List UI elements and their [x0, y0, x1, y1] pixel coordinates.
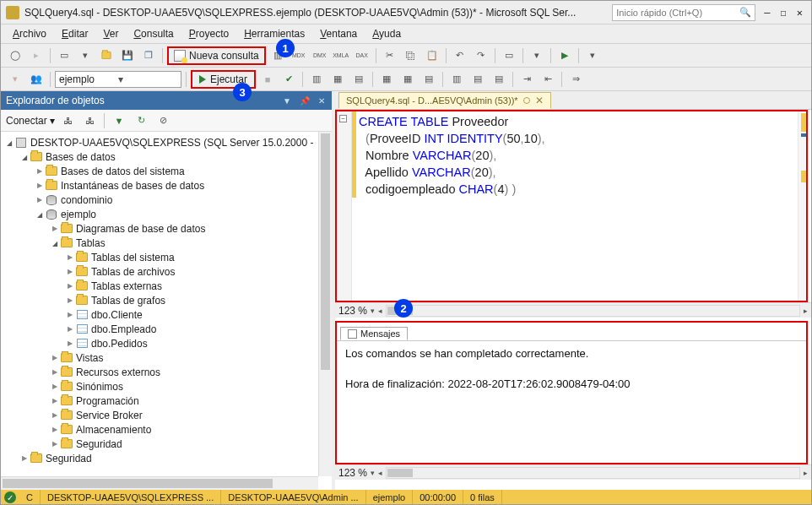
messages-body[interactable]: Los comandos se han completado correctam…: [337, 341, 806, 463]
editor-hscrollbar[interactable]: [386, 305, 800, 317]
dmx-icon[interactable]: DMX: [311, 46, 329, 65]
tree-node[interactable]: Tablas: [3, 236, 330, 250]
solution-config-icon[interactable]: ▾: [528, 46, 546, 65]
scroll-left-icon[interactable]: ◂: [378, 469, 382, 477]
tree-node[interactable]: dbo.Pedidos: [3, 336, 330, 350]
uncomment-icon[interactable]: ▤: [490, 70, 508, 89]
messages-tab[interactable]: Mensajes: [340, 327, 408, 340]
editor-tab[interactable]: SQLQuery4.sql - D...AE5VQ\Admin (53))* ✕: [338, 92, 551, 109]
parse-icon[interactable]: ✔: [279, 70, 298, 89]
quick-launch[interactable]: 🔍: [612, 4, 755, 21]
filter-icon[interactable]: ▼: [110, 111, 128, 130]
tree-node[interactable]: Sinónimos: [3, 379, 330, 394]
menu-ver[interactable]: Ver: [96, 26, 125, 41]
paste-icon[interactable]: 📋: [423, 46, 441, 65]
outdent-icon[interactable]: ⇤: [539, 70, 557, 89]
expand-icon[interactable]: [50, 426, 60, 434]
expand-icon[interactable]: [19, 454, 30, 463]
minimize-button[interactable]: —: [764, 7, 770, 19]
connect-oe-icon[interactable]: 🖧: [80, 111, 99, 130]
expand-icon[interactable]: [65, 253, 75, 262]
expand-icon[interactable]: [35, 182, 45, 190]
tree-node[interactable]: Vistas: [3, 350, 330, 365]
client-stats-icon[interactable]: ▦: [377, 70, 396, 89]
tree-node[interactable]: Service Broker: [3, 408, 330, 422]
expand-icon[interactable]: [50, 368, 60, 377]
undo-icon[interactable]: ↶: [451, 46, 469, 65]
nav-fwd-icon[interactable]: ▸: [27, 46, 46, 65]
live-stats-icon[interactable]: ▤: [349, 70, 368, 89]
options-dropdown-icon[interactable]: ▾: [583, 46, 602, 65]
tree-node[interactable]: Tablas externas: [3, 279, 330, 293]
menu-ventana[interactable]: Ventana: [313, 26, 364, 41]
zoom-dropdown-icon[interactable]: ▾: [371, 469, 375, 477]
expand-icon[interactable]: [50, 354, 60, 362]
find-icon[interactable]: ▭: [500, 46, 518, 65]
zoom-dropdown-icon[interactable]: ▾: [371, 307, 375, 315]
tree-node[interactable]: Bases de datos del sistema: [3, 164, 330, 178]
indent-icon[interactable]: ⇥: [517, 70, 536, 89]
panel-pin-icon[interactable]: 📌: [298, 96, 311, 106]
expand-icon[interactable]: [35, 210, 45, 219]
expand-icon[interactable]: [4, 138, 14, 147]
close-button[interactable]: ✕: [797, 7, 803, 19]
specify-values-icon[interactable]: ⇒: [566, 70, 585, 89]
scroll-left-icon[interactable]: ◂: [378, 307, 382, 315]
tree-node[interactable]: Almacenamiento: [3, 422, 330, 437]
expand-icon[interactable]: [50, 440, 60, 448]
comment-icon[interactable]: ▤: [468, 70, 487, 89]
expand-icon[interactable]: [35, 196, 45, 204]
copy-icon[interactable]: ⿻: [402, 46, 420, 65]
messages-zoom-level[interactable]: 123 %: [338, 467, 367, 479]
expand-icon[interactable]: [65, 311, 75, 319]
scroll-right-icon[interactable]: ▸: [804, 307, 808, 315]
save-all-icon[interactable]: ❐: [139, 46, 158, 65]
panel-dropdown-icon[interactable]: ▼: [281, 96, 293, 106]
tree-node[interactable]: Tablas de grafos: [3, 293, 330, 307]
menu-ayuda[interactable]: Ayuda: [365, 26, 408, 41]
stop-icon[interactable]: ■: [258, 70, 277, 89]
expand-icon[interactable]: [50, 397, 60, 405]
connect-button[interactable]: Conectar ▾: [6, 115, 55, 127]
change-conn-icon[interactable]: 👥: [27, 70, 46, 89]
database-selector[interactable]: ejemplo ▾: [55, 71, 181, 88]
redo-icon[interactable]: ↷: [472, 46, 490, 65]
cut-icon[interactable]: ✂: [381, 46, 399, 65]
expand-icon[interactable]: [65, 268, 75, 276]
menu-herramientas[interactable]: Herramientas: [237, 26, 311, 41]
expand-icon[interactable]: [65, 325, 75, 334]
new-project-icon[interactable]: ▭: [55, 46, 73, 65]
tree-scrollbar-horizontal[interactable]: [1, 476, 318, 490]
tree-node[interactable]: Recursos externos: [3, 365, 330, 379]
results-text-icon[interactable]: ▤: [420, 70, 438, 89]
tree-node[interactable]: Seguridad: [3, 437, 330, 451]
disconnect-icon[interactable]: 🖧: [58, 111, 77, 130]
code-text[interactable]: CREATE TABLE Proveedor (ProveeID INT IDE…: [359, 113, 799, 198]
messages-hscrollbar[interactable]: [386, 467, 800, 479]
expand-icon[interactable]: [19, 153, 30, 161]
tree-node[interactable]: Diagramas de base de datos: [3, 221, 330, 236]
dax-icon[interactable]: DAX: [353, 46, 371, 65]
save-icon[interactable]: 💾: [118, 46, 137, 65]
open-icon[interactable]: ▾: [76, 46, 95, 65]
xmla-icon[interactable]: XMLA: [332, 46, 350, 65]
nav-back-icon[interactable]: ◯: [6, 46, 24, 65]
editor-scroll-indicator[interactable]: [798, 111, 806, 301]
fold-icon[interactable]: −: [339, 115, 347, 122]
menu-archivo[interactable]: Archivo: [6, 26, 53, 41]
expand-icon[interactable]: [50, 411, 60, 420]
expand-icon[interactable]: [65, 296, 75, 305]
expand-icon[interactable]: [50, 383, 60, 391]
tree-node[interactable]: ejemplo: [3, 207, 330, 221]
code-editor-pane[interactable]: − CREATE TABLE Proveedor (ProveeID INT I…: [335, 110, 808, 302]
menu-consulta[interactable]: Consulta: [127, 26, 180, 41]
expand-icon[interactable]: [50, 239, 60, 247]
new-query-button[interactable]: Nueva consulta: [167, 46, 266, 65]
menu-proyecto[interactable]: Proyecto: [182, 26, 235, 41]
panel-close-icon[interactable]: ✕: [317, 96, 327, 106]
refresh-icon[interactable]: ↻: [132, 111, 150, 130]
include-plan-icon[interactable]: ▦: [328, 70, 347, 89]
expand-icon[interactable]: [50, 225, 60, 233]
use-db-icon[interactable]: ▾: [6, 70, 24, 89]
pin-icon[interactable]: [523, 97, 530, 104]
